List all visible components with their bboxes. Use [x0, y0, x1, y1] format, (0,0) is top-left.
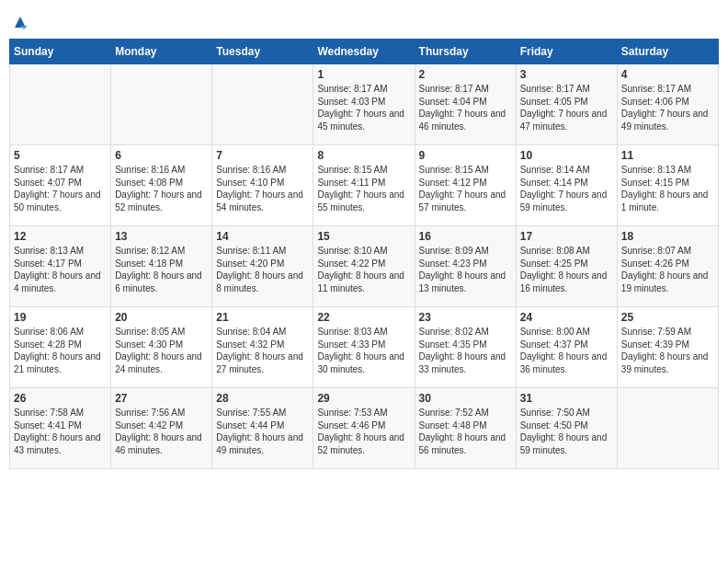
cell-info: Sunrise: 8:10 AM Sunset: 4:22 PM Dayligh… — [317, 245, 410, 294]
calendar-cell: 30Sunrise: 7:52 AM Sunset: 4:48 PM Dayli… — [415, 388, 516, 469]
cell-info: Sunrise: 8:15 AM Sunset: 4:11 PM Dayligh… — [317, 164, 410, 213]
day-number: 20 — [115, 311, 208, 324]
cell-info: Sunrise: 7:55 AM Sunset: 4:44 PM Dayligh… — [216, 407, 309, 456]
cell-info: Sunrise: 8:17 AM Sunset: 4:05 PM Dayligh… — [520, 83, 613, 132]
calendar-week-row: 19Sunrise: 8:06 AM Sunset: 4:28 PM Dayli… — [10, 307, 719, 388]
weekday-header: Saturday — [617, 40, 718, 64]
cell-info: Sunrise: 7:50 AM Sunset: 4:50 PM Dayligh… — [520, 407, 613, 456]
day-number: 27 — [115, 392, 208, 405]
cell-info: Sunrise: 8:09 AM Sunset: 4:23 PM Dayligh… — [419, 245, 512, 294]
cell-info: Sunrise: 8:17 AM Sunset: 4:04 PM Dayligh… — [419, 83, 512, 132]
calendar-cell: 11Sunrise: 8:13 AM Sunset: 4:15 PM Dayli… — [617, 145, 718, 226]
day-number: 31 — [520, 392, 613, 405]
calendar-cell: 7Sunrise: 8:16 AM Sunset: 4:10 PM Daylig… — [212, 145, 313, 226]
day-number: 16 — [419, 230, 512, 243]
calendar-cell: 13Sunrise: 8:12 AM Sunset: 4:18 PM Dayli… — [111, 226, 212, 307]
calendar-cell: 21Sunrise: 8:04 AM Sunset: 4:32 PM Dayli… — [212, 307, 313, 388]
cell-info: Sunrise: 8:16 AM Sunset: 4:10 PM Dayligh… — [216, 164, 309, 213]
day-number: 4 — [621, 68, 714, 81]
cell-info: Sunrise: 7:56 AM Sunset: 4:42 PM Dayligh… — [115, 407, 208, 456]
calendar-cell: 15Sunrise: 8:10 AM Sunset: 4:22 PM Dayli… — [313, 226, 415, 307]
calendar-cell: 22Sunrise: 8:03 AM Sunset: 4:33 PM Dayli… — [313, 307, 415, 388]
cell-info: Sunrise: 8:06 AM Sunset: 4:28 PM Dayligh… — [14, 326, 107, 375]
calendar-cell: 10Sunrise: 8:14 AM Sunset: 4:14 PM Dayli… — [516, 145, 617, 226]
calendar-cell: 16Sunrise: 8:09 AM Sunset: 4:23 PM Dayli… — [415, 226, 516, 307]
calendar-cell — [10, 64, 111, 145]
calendar-cell: 9Sunrise: 8:15 AM Sunset: 4:12 PM Daylig… — [415, 145, 516, 226]
day-number: 10 — [520, 149, 613, 162]
day-number: 3 — [520, 68, 613, 81]
cell-info: Sunrise: 8:00 AM Sunset: 4:37 PM Dayligh… — [520, 326, 613, 375]
cell-info: Sunrise: 8:08 AM Sunset: 4:25 PM Dayligh… — [520, 245, 613, 294]
day-number: 21 — [216, 311, 309, 324]
weekday-header: Wednesday — [313, 40, 415, 64]
calendar-cell: 5Sunrise: 8:17 AM Sunset: 4:07 PM Daylig… — [10, 145, 111, 226]
calendar-week-row: 12Sunrise: 8:13 AM Sunset: 4:17 PM Dayli… — [10, 226, 719, 307]
cell-info: Sunrise: 7:58 AM Sunset: 4:41 PM Dayligh… — [14, 407, 107, 456]
page-header — [9, 9, 719, 31]
cell-info: Sunrise: 8:11 AM Sunset: 4:20 PM Dayligh… — [216, 245, 309, 294]
calendar-cell: 6Sunrise: 8:16 AM Sunset: 4:08 PM Daylig… — [111, 145, 212, 226]
calendar-cell: 29Sunrise: 7:53 AM Sunset: 4:46 PM Dayli… — [313, 388, 415, 469]
calendar-cell: 3Sunrise: 8:17 AM Sunset: 4:05 PM Daylig… — [516, 64, 617, 145]
calendar-cell: 23Sunrise: 8:02 AM Sunset: 4:35 PM Dayli… — [415, 307, 516, 388]
cell-info: Sunrise: 7:59 AM Sunset: 4:39 PM Dayligh… — [621, 326, 714, 375]
day-number: 23 — [419, 311, 512, 324]
cell-info: Sunrise: 7:52 AM Sunset: 4:48 PM Dayligh… — [419, 407, 512, 456]
day-number: 17 — [520, 230, 613, 243]
cell-info: Sunrise: 8:14 AM Sunset: 4:14 PM Dayligh… — [520, 164, 613, 213]
cell-info: Sunrise: 8:12 AM Sunset: 4:18 PM Dayligh… — [115, 245, 208, 294]
calendar-cell: 2Sunrise: 8:17 AM Sunset: 4:04 PM Daylig… — [415, 64, 516, 145]
day-number: 5 — [14, 149, 107, 162]
day-number: 29 — [317, 392, 410, 405]
cell-info: Sunrise: 8:05 AM Sunset: 4:30 PM Dayligh… — [115, 326, 208, 375]
day-number: 19 — [14, 311, 107, 324]
calendar-cell: 18Sunrise: 8:07 AM Sunset: 4:26 PM Dayli… — [617, 226, 718, 307]
logo-icon — [11, 13, 29, 31]
calendar-cell: 4Sunrise: 8:17 AM Sunset: 4:06 PM Daylig… — [617, 64, 718, 145]
day-number: 12 — [14, 230, 107, 243]
calendar-cell: 26Sunrise: 7:58 AM Sunset: 4:41 PM Dayli… — [10, 388, 111, 469]
cell-info: Sunrise: 8:17 AM Sunset: 4:03 PM Dayligh… — [317, 83, 410, 132]
day-number: 24 — [520, 311, 613, 324]
calendar-cell: 28Sunrise: 7:55 AM Sunset: 4:44 PM Dayli… — [212, 388, 313, 469]
calendar-cell: 14Sunrise: 8:11 AM Sunset: 4:20 PM Dayli… — [212, 226, 313, 307]
calendar-week-row: 1Sunrise: 8:17 AM Sunset: 4:03 PM Daylig… — [10, 64, 719, 145]
cell-info: Sunrise: 8:13 AM Sunset: 4:15 PM Dayligh… — [621, 164, 714, 213]
calendar-cell: 1Sunrise: 8:17 AM Sunset: 4:03 PM Daylig… — [313, 64, 415, 145]
calendar-cell: 31Sunrise: 7:50 AM Sunset: 4:50 PM Dayli… — [516, 388, 617, 469]
calendar-cell — [617, 388, 718, 469]
weekday-header: Tuesday — [212, 40, 313, 64]
cell-info: Sunrise: 8:15 AM Sunset: 4:12 PM Dayligh… — [419, 164, 512, 213]
day-number: 30 — [419, 392, 512, 405]
calendar-cell: 25Sunrise: 7:59 AM Sunset: 4:39 PM Dayli… — [617, 307, 718, 388]
day-number: 22 — [317, 311, 410, 324]
weekday-header: Monday — [111, 40, 212, 64]
calendar-table: SundayMondayTuesdayWednesdayThursdayFrid… — [9, 39, 719, 469]
calendar-cell: 8Sunrise: 8:15 AM Sunset: 4:11 PM Daylig… — [313, 145, 415, 226]
day-number: 7 — [216, 149, 309, 162]
day-number: 26 — [14, 392, 107, 405]
calendar-week-row: 26Sunrise: 7:58 AM Sunset: 4:41 PM Dayli… — [10, 388, 719, 469]
calendar-week-row: 5Sunrise: 8:17 AM Sunset: 4:07 PM Daylig… — [10, 145, 719, 226]
cell-info: Sunrise: 8:13 AM Sunset: 4:17 PM Dayligh… — [14, 245, 107, 294]
weekday-header: Friday — [516, 40, 617, 64]
day-number: 11 — [621, 149, 714, 162]
day-number: 6 — [115, 149, 208, 162]
cell-info: Sunrise: 8:17 AM Sunset: 4:07 PM Dayligh… — [14, 164, 107, 213]
cell-info: Sunrise: 7:53 AM Sunset: 4:46 PM Dayligh… — [317, 407, 410, 456]
calendar-cell: 12Sunrise: 8:13 AM Sunset: 4:17 PM Dayli… — [10, 226, 111, 307]
day-number: 8 — [317, 149, 410, 162]
calendar-cell: 19Sunrise: 8:06 AM Sunset: 4:28 PM Dayli… — [10, 307, 111, 388]
calendar-cell: 17Sunrise: 8:08 AM Sunset: 4:25 PM Dayli… — [516, 226, 617, 307]
day-number: 2 — [419, 68, 512, 81]
cell-info: Sunrise: 8:04 AM Sunset: 4:32 PM Dayligh… — [216, 326, 309, 375]
cell-info: Sunrise: 8:02 AM Sunset: 4:35 PM Dayligh… — [419, 326, 512, 375]
logo — [9, 13, 29, 31]
day-number: 14 — [216, 230, 309, 243]
day-number: 9 — [419, 149, 512, 162]
calendar-cell: 24Sunrise: 8:00 AM Sunset: 4:37 PM Dayli… — [516, 307, 617, 388]
calendar-cell — [111, 64, 212, 145]
cell-info: Sunrise: 8:17 AM Sunset: 4:06 PM Dayligh… — [621, 83, 714, 132]
calendar-cell: 20Sunrise: 8:05 AM Sunset: 4:30 PM Dayli… — [111, 307, 212, 388]
